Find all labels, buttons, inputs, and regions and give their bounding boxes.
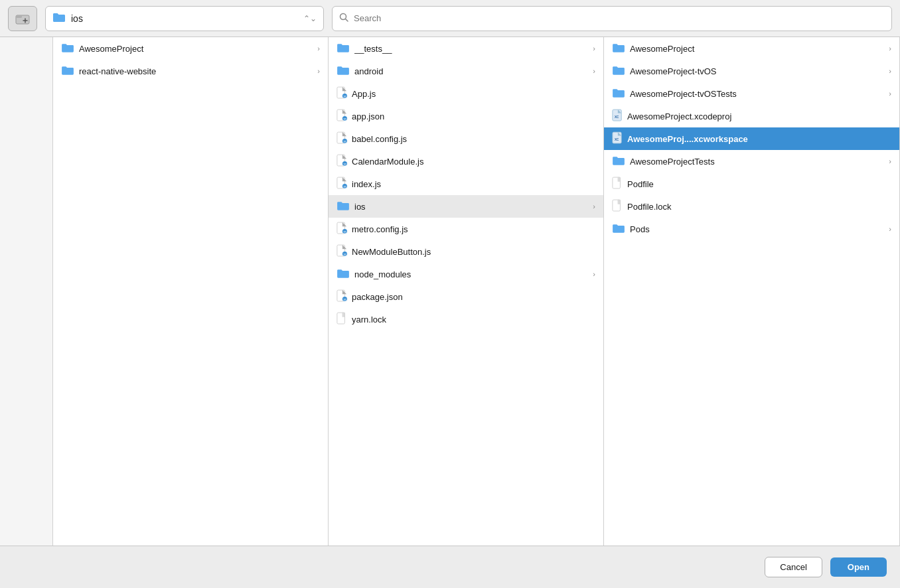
file-item-index-js[interactable]: JS index.js [329,173,603,195]
chevron-right-icon: › [317,67,320,75]
file-item-babel-config[interactable]: JS babel.config.js [329,127,603,150]
file-item-app-json[interactable]: JS app.json [329,105,603,127]
file-label: AwesomeProject.xcodeproj [627,111,891,121]
cancel-button[interactable]: Cancel [765,557,822,577]
svg-text:JS: JS [342,94,347,98]
svg-text:JS: JS [342,297,347,301]
bottom-bar: Cancel Open [0,546,900,588]
file-icon: JS [337,177,347,192]
file-icon: JS [337,244,347,259]
chevron-right-icon: › [593,202,595,210]
file-label: CalendarModule.js [352,157,595,167]
file-label: index.js [352,179,595,189]
svg-text:JS: JS [342,117,347,121]
file-label: AwesomeProj....xcworkspace [627,134,891,144]
chevron-right-icon: › [889,67,891,75]
file-label: react-native-website [79,66,313,76]
file-label: AwesomeProject-tvOS [630,66,884,76]
file-label: Pods [630,224,884,234]
file-label: babel.config.js [352,134,595,144]
open-button[interactable]: Open [830,557,887,577]
file-icon: XC [612,109,623,124]
svg-rect-1 [16,15,22,18]
new-folder-icon [15,13,30,25]
file-icon [337,268,350,281]
file-icon: JS [337,222,347,237]
file-label: yarn.lock [352,315,595,325]
chevron-right-icon: › [889,157,891,165]
location-text: ios [71,13,298,24]
file-icon [612,65,625,78]
chevron-right-icon: › [889,225,891,233]
chevron-right-icon: › [593,67,595,75]
column-2: __tests__ › android › JS App.js JS app.j… [329,37,604,546]
file-item-pods[interactable]: Pods › [604,218,899,240]
file-item-node-modules[interactable]: node_modules › [329,263,603,285]
file-item-app-js[interactable]: JS App.js [329,82,603,105]
file-label: package.json [352,292,595,302]
file-icon [612,223,625,236]
file-icon: JS [337,154,347,169]
file-item-android[interactable]: android › [329,60,603,82]
file-item-awesome-project-tvos-tests[interactable]: AwesomeProject-tvOSTests › [604,82,899,105]
file-label: metro.config.js [352,224,595,234]
file-icon [612,42,625,55]
new-folder-button[interactable] [8,6,37,31]
file-icon [337,312,347,327]
location-folder-icon [52,12,66,25]
file-item-ios[interactable]: ios › [329,195,603,218]
file-icon [612,88,625,100]
location-bar[interactable]: ios ⌃⌄ [45,6,324,31]
file-item-metro-config[interactable]: JS metro.config.js [329,218,603,240]
file-item-awesome-project-tests[interactable]: AwesomeProjectTests › [604,150,899,173]
file-item-podfile-lock[interactable]: Podfile.lock [604,195,899,218]
file-item-awesome-project-tvos[interactable]: AwesomeProject-tvOS › [604,60,899,82]
file-icon [612,177,623,192]
file-label: AwesomeProject [630,44,884,54]
file-label: NewModuleButton.js [352,247,595,257]
file-label: __tests__ [354,44,588,54]
search-icon [339,13,348,24]
svg-text:JS: JS [342,162,347,166]
column-1: AwesomeProject › react-native-website › [53,37,329,546]
file-item-yarn-lock[interactable]: yarn.lock [329,308,603,331]
file-item-awesome-project-3[interactable]: AwesomeProject › [604,37,899,60]
file-icon [612,199,623,214]
chevron-right-icon: › [889,90,891,98]
file-icon [61,42,74,55]
chevron-right-icon: › [317,44,320,52]
file-item-react-native-website[interactable]: react-native-website › [53,60,328,82]
chevron-right-icon: › [593,44,595,52]
file-label: AwesomeProject [79,44,313,54]
file-icon [61,65,74,78]
file-item-podfile[interactable]: Podfile [604,173,899,195]
svg-line-5 [346,19,348,22]
file-item-awesome-project[interactable]: AwesomeProject › [53,37,328,60]
file-label: App.js [352,89,595,99]
file-item-new-module-button[interactable]: JS NewModuleButton.js [329,240,603,263]
chevron-right-icon: › [593,270,595,278]
file-icon: JS [337,131,347,147]
file-icon [612,155,625,168]
file-item-calendar-module[interactable]: JS CalendarModule.js [329,150,603,173]
main-content: AwesomeProject › react-native-website › … [0,37,900,546]
file-icon: XC [612,131,623,147]
svg-text:JS: JS [342,252,347,256]
file-item-tests[interactable]: __tests__ › [329,37,603,60]
file-label: ios [354,202,588,212]
search-input[interactable] [354,13,885,23]
file-icon: JS [337,86,347,102]
file-item-awesome-project-xcodeproj[interactable]: XC AwesomeProject.xcodeproj [604,105,899,127]
svg-text:XC: XC [615,138,619,141]
file-label: AwesomeProjectTests [630,157,884,167]
svg-text:JS: JS [342,230,347,234]
file-label: Podfile [627,179,891,189]
file-item-package-json[interactable]: JS package.json [329,285,603,308]
svg-text:XC: XC [615,115,619,119]
search-bar[interactable] [332,6,892,31]
file-item-awesome-project-xcworkspace[interactable]: XC AwesomeProj....xcworkspace [604,127,899,150]
chevron-updown-icon: ⌃⌄ [303,14,317,23]
file-label: android [354,66,588,76]
file-label: app.json [352,111,595,121]
file-icon [337,200,350,213]
